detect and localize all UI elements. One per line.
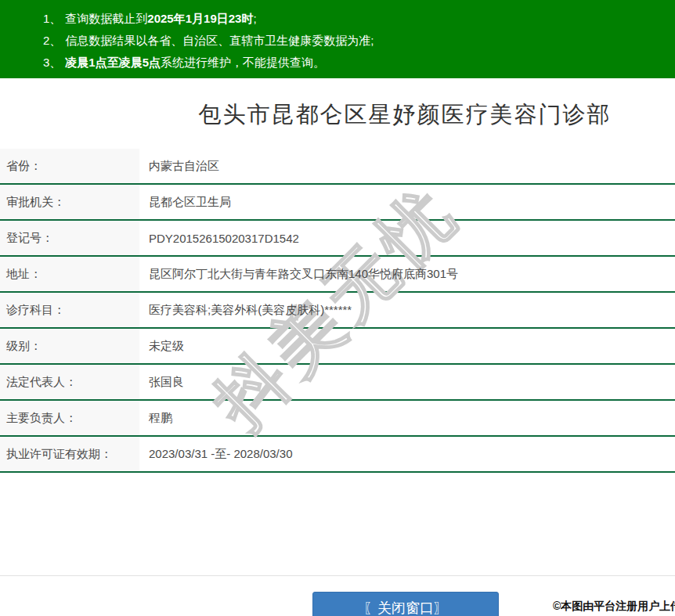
close-window-button[interactable]: 〖关闭窗口〗 (312, 592, 499, 616)
row-value: 未定级 (139, 329, 675, 363)
row-value: PDY20152615020317D1542 (139, 221, 675, 255)
row-label: 省份： (0, 149, 139, 183)
table-row-address: 地址： 昆区阿尔丁北大街与青年路交叉口东南140华悦府底商301号 (0, 257, 675, 293)
row-value: 昆都仑区卫生局 (139, 185, 675, 219)
row-label: 诊疗科目： (0, 293, 139, 327)
table-row-clinical-departments: 诊疗科目： 医疗美容科;美容外科(美容皮肤科)****** (0, 293, 675, 329)
table-row-registration-number: 登记号： PDY20152615020317D1542 (0, 221, 675, 257)
table-row-approval-authority: 审批机关： 昆都仑区卫生局 (0, 185, 675, 221)
row-label: 地址： (0, 257, 139, 291)
upload-stamp: ©本图由平台注册用户上传 (553, 600, 675, 614)
query-result-page: 1、查询数据截止到2025年1月19日23时; 2、信息数据结果以各省、自治区、… (0, 0, 675, 616)
notice-line-3: 3、凌晨1点至凌晨5点系统进行维护，不能提供查询。 (43, 52, 667, 74)
row-label: 级别： (0, 329, 139, 363)
notice-number: 2、 (43, 34, 61, 47)
notice-line-2: 2、信息数据结果以各省、自治区、直辖市卫生健康委数据为准; (43, 30, 667, 52)
row-value: 2023/03/31 -至- 2028/03/30 (139, 437, 675, 471)
notice-number: 3、 (43, 56, 61, 69)
notice-text: 信息数据结果以各省、自治区、直辖市卫生健康委数据为准; (65, 34, 374, 47)
row-value: 内蒙古自治区 (139, 149, 675, 183)
notice-text-bold: 2025年1月19日23时 (147, 12, 253, 25)
row-label: 登记号： (0, 221, 139, 255)
notice-number: 1、 (43, 12, 61, 25)
notice-line-1: 1、查询数据截止到2025年1月19日23时; (43, 8, 667, 30)
notice-banner: 1、查询数据截止到2025年1月19日23时; 2、信息数据结果以各省、自治区、… (0, 0, 675, 78)
footer-divider (0, 575, 675, 576)
row-value: 医疗美容科;美容外科(美容皮肤科)****** (139, 293, 675, 327)
row-label: 主要负责人： (0, 401, 139, 435)
table-row-level: 级别： 未定级 (0, 329, 675, 365)
notice-text-bold: 凌晨1点至凌晨5点 (65, 56, 161, 69)
table-row-province: 省份： 内蒙古自治区 (0, 149, 675, 185)
row-value: 程鹏 (139, 401, 675, 435)
notice-text: ; (253, 12, 256, 25)
row-value: 张国良 (139, 365, 675, 399)
row-value: 昆区阿尔丁北大街与青年路交叉口东南140华悦府底商301号 (139, 257, 675, 291)
table-row-principal: 主要负责人： 程鹏 (0, 401, 675, 437)
page-title: 包头市昆都仑区星妤颜医疗美容门诊部 (135, 99, 675, 131)
notice-text: 系统进行维护，不能提供查询。 (161, 56, 325, 69)
notice-text: 查询数据截止到 (65, 12, 147, 25)
row-label: 法定代表人： (0, 365, 139, 399)
table-row-license-validity: 执业许可证有效期： 2023/03/31 -至- 2028/03/30 (0, 437, 675, 473)
table-row-legal-representative: 法定代表人： 张国良 (0, 365, 675, 401)
info-table: 省份： 内蒙古自治区 审批机关： 昆都仑区卫生局 登记号： PDY2015261… (0, 149, 675, 473)
row-label: 审批机关： (0, 185, 139, 219)
row-label: 执业许可证有效期： (0, 437, 139, 471)
